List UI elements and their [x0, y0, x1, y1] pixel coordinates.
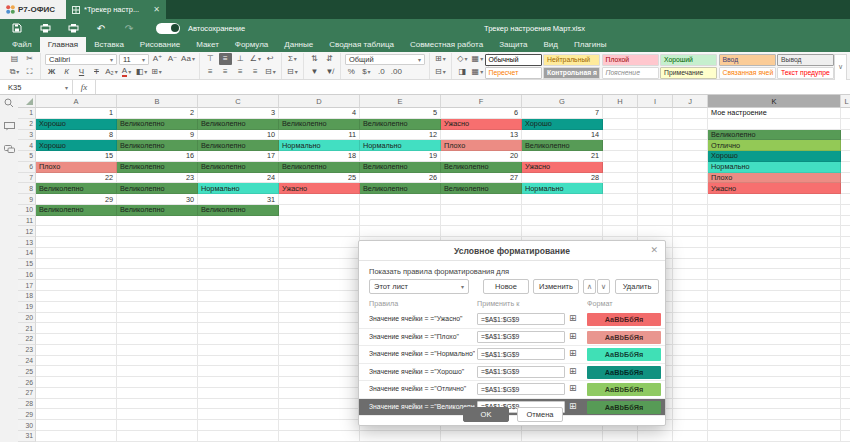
grid-cell[interactable] [603, 108, 638, 119]
grid-cell[interactable]: 5 [360, 108, 441, 119]
grid-cell[interactable] [841, 259, 850, 270]
table-template-button[interactable]: ▦▾ [471, 66, 484, 78]
mood-cell[interactable]: Великолепно [117, 205, 198, 216]
grid-cell[interactable]: 11 [279, 130, 360, 141]
grid-cell[interactable] [279, 409, 360, 420]
row-header[interactable]: 21 [18, 323, 36, 334]
row-header[interactable]: 31 [18, 431, 36, 442]
mood-cell[interactable]: Великолепно [36, 205, 117, 216]
grid-cell[interactable]: 30 [117, 194, 198, 205]
grid-cell[interactable] [708, 291, 841, 302]
mood-cell[interactable]: Нормально [198, 183, 279, 194]
grid-cell[interactable] [708, 269, 841, 280]
edit-rule-button[interactable]: Изменить [533, 279, 579, 294]
grid-cell[interactable] [603, 151, 638, 162]
grid-cell[interactable] [841, 356, 850, 367]
grid-cell[interactable] [841, 366, 850, 377]
currency-style-button[interactable]: $▾ [360, 66, 373, 78]
grid-cell[interactable]: 14 [522, 130, 603, 141]
grid-cell[interactable] [673, 313, 708, 324]
ribbon-tab[interactable]: Рисование [132, 37, 188, 52]
grid-cell[interactable] [673, 431, 708, 442]
grid-cell[interactable] [673, 108, 708, 119]
grid-cell[interactable] [673, 420, 708, 431]
range-picker-icon[interactable]: ⊞ [569, 314, 577, 323]
row-header[interactable]: 3 [18, 130, 36, 141]
row-header[interactable]: 1 [18, 108, 36, 119]
column-header[interactable]: C [198, 95, 279, 108]
grid-cell[interactable] [841, 248, 850, 259]
grid-cell[interactable] [603, 119, 638, 130]
insert-cells-button[interactable]: ⊞▾ [434, 53, 447, 65]
grid-cell[interactable] [279, 356, 360, 367]
range-picker-icon[interactable]: ⊞ [569, 349, 577, 358]
grid-cell[interactable] [841, 108, 850, 119]
mood-cell[interactable]: Нормально [522, 183, 603, 194]
mood-cell[interactable]: Великолепно [36, 183, 117, 194]
mood-cell[interactable]: Великолепно [198, 205, 279, 216]
grid-cell[interactable] [673, 409, 708, 420]
grid-cell[interactable] [841, 119, 850, 130]
grid-cell[interactable] [708, 226, 841, 237]
grid-cell[interactable] [708, 377, 841, 388]
grid-cell[interactable] [708, 248, 841, 259]
grid-cell[interactable] [638, 119, 673, 130]
grid-cell[interactable] [198, 313, 279, 324]
grid-cell[interactable] [279, 248, 360, 259]
grid-cell[interactable]: 6 [441, 108, 522, 119]
mood-cell[interactable]: Великолепно [279, 119, 360, 130]
column-header[interactable]: B [117, 95, 198, 108]
row-header[interactable]: 17 [18, 280, 36, 291]
grid-cell[interactable] [841, 345, 850, 356]
row-header[interactable]: 2 [18, 119, 36, 130]
grid-cell[interactable]: 26 [360, 173, 441, 184]
grid-cell[interactable] [673, 269, 708, 280]
mood-cell[interactable]: Ужасно [708, 183, 841, 194]
grid-cell[interactable] [708, 420, 841, 431]
move-rule-up-button[interactable]: ∧ [583, 279, 596, 294]
grid-cell[interactable] [841, 280, 850, 291]
align-right-button[interactable]: ≡ [234, 66, 247, 78]
rule-row[interactable]: Значение ячейки = ="Ужасно"=$A$1:$G$9⊞Aa… [359, 311, 665, 329]
rule-range-input[interactable]: =$A$1:$G$9 [477, 366, 565, 378]
paste-icon[interactable]: ▤ [8, 53, 21, 65]
grid-cell[interactable]: 9 [117, 130, 198, 141]
grid-cell[interactable] [360, 194, 441, 205]
quick-print-button[interactable] [66, 22, 80, 34]
column-header[interactable]: I [638, 95, 673, 108]
rule-range-input[interactable]: =$A$1:$G$9 [477, 348, 565, 360]
grid-cell[interactable] [117, 259, 198, 270]
row-header[interactable]: 16 [18, 269, 36, 280]
row-header[interactable]: 23 [18, 345, 36, 356]
grid-cell[interactable] [603, 194, 638, 205]
ribbon-tab[interactable]: Данные [276, 37, 321, 52]
grid-cell[interactable] [673, 130, 708, 141]
rule-row[interactable]: Значение ячейки = ="Хорошо"=$A$1:$G$9⊞Aa… [359, 364, 665, 382]
merge-cells-button[interactable]: ⊟▾ [264, 66, 277, 78]
mood-cell[interactable]: Ужасно [522, 162, 603, 173]
grid-cell[interactable] [279, 226, 360, 237]
paint-format-button[interactable]: ◨ [456, 66, 469, 78]
ribbon-tab[interactable]: Защита [491, 37, 535, 52]
grid-cell[interactable] [36, 323, 117, 334]
grid-cell[interactable] [673, 345, 708, 356]
grid-cell[interactable]: 7 [522, 108, 603, 119]
grid-cell[interactable] [673, 399, 708, 410]
grid-cell[interactable] [841, 151, 850, 162]
grid-cell[interactable] [198, 420, 279, 431]
decrease-font-icon[interactable]: А⁻ [166, 53, 179, 65]
grid-cell[interactable]: 31 [198, 194, 279, 205]
grid-cell[interactable] [638, 226, 673, 237]
grid-cell[interactable] [117, 226, 198, 237]
mood-cell[interactable]: Хорошо [36, 140, 117, 151]
strikethrough-button[interactable]: Ŧ [90, 66, 103, 78]
orientation-button[interactable]: ∠▾ [249, 53, 262, 65]
grid-cell[interactable] [117, 280, 198, 291]
mood-cell[interactable]: Плохо [441, 140, 522, 151]
grid-cell[interactable] [638, 173, 673, 184]
cancel-button[interactable]: Отмена [517, 407, 563, 422]
column-header[interactable]: H [603, 95, 638, 108]
grid-cell[interactable] [36, 269, 117, 280]
cell-style-chip[interactable]: Ввод [719, 54, 776, 66]
grid-cell[interactable] [841, 420, 850, 431]
